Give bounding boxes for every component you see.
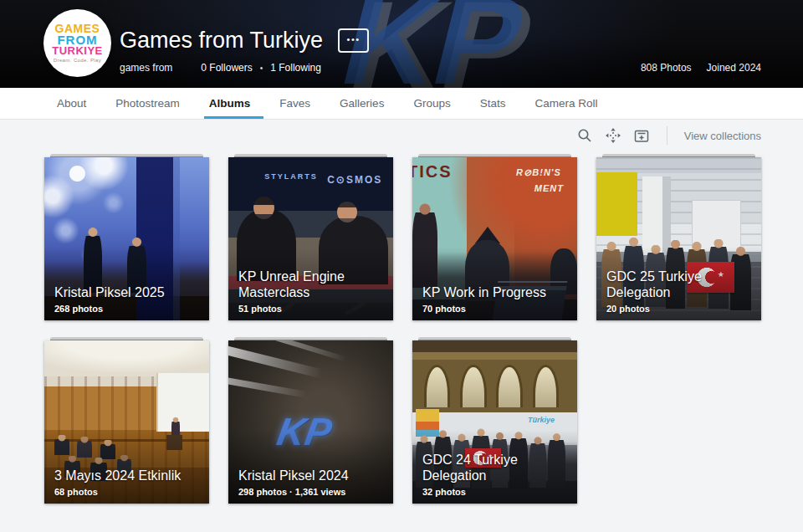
- tab-faves[interactable]: Faves: [279, 88, 310, 119]
- create-album-icon[interactable]: [633, 127, 650, 144]
- tab-galleries[interactable]: Galleries: [340, 88, 384, 119]
- album-meta: 70 photos: [422, 304, 569, 314]
- joined-date: Joined 2024: [707, 62, 761, 74]
- reorder-arrows-icon[interactable]: [605, 127, 621, 144]
- album-title: KP Work in Progress: [422, 285, 569, 300]
- album-card-gdc-24-turkiye-delegation[interactable]: Türkiye ★ GDC 24 Turkiye Delegation 32 p…: [412, 337, 577, 504]
- album-meta: 298 photos · 1,361 views: [238, 487, 385, 497]
- album-thumb[interactable]: ★ GDC 25 Turkiye Delegation 20 photos: [596, 157, 761, 320]
- album-thumb[interactable]: TICS R⊘B!N'S MENT KP Work in Progress 70…: [412, 157, 577, 320]
- tab-photostream[interactable]: Photostream: [115, 88, 180, 119]
- album-thumb[interactable]: Kristal Piksel 2025 268 photos: [44, 157, 209, 320]
- tab-camera-roll[interactable]: Camera Roll: [534, 88, 597, 119]
- page-title: Games from Turkiye: [120, 28, 323, 54]
- avatar-logo-line3: TURKIYE: [52, 46, 103, 56]
- album-card-kristal-piksel-2024[interactable]: KP Kristal Piksel 2024 298 photos · 1,36…: [228, 337, 393, 504]
- search-icon[interactable]: [576, 127, 593, 144]
- tab-stats[interactable]: Stats: [480, 88, 506, 119]
- avatar-logo-tagline: Dream. Code. Play: [54, 58, 102, 63]
- tab-about[interactable]: About: [57, 88, 86, 119]
- album-meta: 20 photos: [606, 304, 753, 314]
- album-card-kp-unreal-engine-masterclass[interactable]: STYLARTS C⊙SMOS KP Unreal Engine Masterc…: [228, 154, 393, 320]
- albums-toolbar: View collections: [0, 125, 803, 146]
- view-collections-link[interactable]: View collections: [684, 130, 761, 142]
- toolbar-divider: [667, 126, 667, 145]
- album-meta: 68 photos: [54, 487, 201, 497]
- album-card-kristal-piksel-2025[interactable]: Kristal Piksel 2025 268 photos: [44, 154, 209, 320]
- photos-count: 808 Photos: [641, 62, 692, 74]
- album-meta: 51 photos: [238, 304, 385, 314]
- album-card-gdc-25-turkiye-delegation[interactable]: ★ GDC 25 Turkiye Delegation 20 photos: [596, 154, 761, 320]
- profile-cover: KP KP GAMES FROM TURKIYE Dream. Code. Pl…: [0, 0, 803, 88]
- username[interactable]: games from: [120, 62, 172, 74]
- album-thumb[interactable]: 3 Mayıs 2024 Etkinlik 68 photos: [44, 340, 209, 504]
- tab-groups[interactable]: Groups: [413, 88, 450, 119]
- album-title: Kristal Piksel 2025: [54, 285, 201, 300]
- album-card-kp-work-in-progress[interactable]: TICS R⊘B!N'S MENT KP Work in Progress 70…: [412, 154, 577, 320]
- album-title: KP Unreal Engine Masterclass: [238, 269, 385, 300]
- followers-count[interactable]: 0 Followers: [201, 62, 252, 74]
- albums-grid: Kristal Piksel 2025 268 photos STYLARTS …: [0, 154, 803, 520]
- album-thumb[interactable]: KP Kristal Piksel 2024 298 photos · 1,36…: [228, 340, 393, 504]
- album-title: GDC 24 Turkiye Delegation: [422, 453, 569, 483]
- album-card-3-mayis-2024-etkinlik[interactable]: 3 Mayıs 2024 Etkinlik 68 photos: [44, 337, 209, 504]
- tab-albums[interactable]: Albums: [209, 88, 251, 119]
- album-meta: 32 photos: [422, 487, 569, 497]
- following-count[interactable]: 1 Following: [270, 62, 321, 74]
- more-options-button[interactable]: •••: [338, 28, 369, 53]
- album-title: Kristal Piksel 2024: [238, 468, 385, 483]
- profile-nav: About Photostream Albums Faves Galleries…: [0, 88, 803, 120]
- album-meta: 268 photos: [54, 304, 201, 314]
- avatar[interactable]: GAMES FROM TURKIYE Dream. Code. Play: [43, 9, 111, 77]
- album-title: GDC 25 Turkiye Delegation: [606, 269, 753, 300]
- album-title: 3 Mayıs 2024 Etkinlik: [54, 468, 201, 483]
- separator-dot: •: [260, 64, 263, 73]
- album-thumb[interactable]: Türkiye ★ GDC 24 Turkiye Delegation 32 p…: [412, 340, 577, 504]
- album-thumb[interactable]: STYLARTS C⊙SMOS KP Unreal Engine Masterc…: [228, 157, 393, 320]
